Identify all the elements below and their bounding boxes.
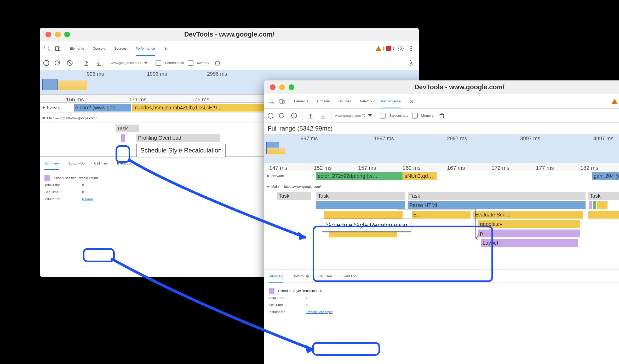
tab-performance[interactable]: Performance: [136, 41, 155, 56]
warnings-badge[interactable]: 3: [376, 46, 385, 51]
network-bar[interactable]: e.com/ (www.goo…: [74, 104, 131, 111]
event-title: Schedule Style Recalculation: [54, 175, 98, 181]
network-bar[interactable]: sNUn3,qd…: [403, 172, 437, 180]
inspect-icon[interactable]: [43, 44, 52, 53]
evaluate-script-bar[interactable]: Evaluate Script: [473, 211, 583, 219]
collapse-icon[interactable]: [267, 174, 269, 178]
overview-activity: [267, 148, 285, 154]
kebab-menu-icon[interactable]: [407, 44, 416, 53]
task-bar[interactable]: Task: [588, 192, 619, 200]
mark[interactable]: [597, 201, 607, 209]
task-bar[interactable]: Task: [277, 192, 311, 200]
settings-icon[interactable]: [396, 44, 405, 53]
memory-checkbox[interactable]: [188, 60, 193, 66]
record-button[interactable]: [268, 113, 273, 119]
evaluate-bar[interactable]: [588, 211, 619, 219]
download-button[interactable]: [319, 111, 328, 120]
mark[interactable]: [589, 201, 592, 209]
divider: [288, 97, 288, 105]
task-bar[interactable]: Task: [116, 125, 139, 132]
event-title: Schedule Style Recalculation: [278, 288, 322, 294]
tab-console[interactable]: Console: [93, 41, 105, 56]
clear-button[interactable]: [65, 58, 74, 67]
overview-tick: 996 ms: [87, 71, 104, 77]
tab-sources[interactable]: Sources: [114, 41, 127, 56]
overview-timeline[interactable]: 997 ms 1997 ms 2997 ms 3997 ms 4997 ms C…: [264, 134, 619, 163]
reload-record-button[interactable]: [53, 58, 62, 67]
collapse-icon[interactable]: [43, 106, 45, 109]
gc-button[interactable]: [437, 111, 446, 120]
network-track-label: Network: [271, 174, 284, 178]
errors-badge[interactable]: 3: [386, 46, 395, 51]
overview-tick: 4997 ms: [593, 136, 614, 142]
ruler-tick: 177 ms: [536, 165, 554, 171]
target-label: www.google.com #1: [111, 61, 141, 65]
evaluate-bar[interactable]: [324, 211, 403, 219]
download-button[interactable]: [94, 58, 103, 67]
overview-tick: 2997 ms: [447, 136, 467, 142]
tab-console[interactable]: Console: [317, 94, 330, 108]
mark[interactable]: [593, 201, 596, 209]
record-button[interactable]: [43, 60, 49, 66]
svg-point-6: [411, 50, 411, 51]
network-track[interactable]: Network color_272x92dp.png (w… sNUn3,qd……: [264, 171, 619, 181]
main-track-header[interactable]: Main — https://www.google.com/: [264, 181, 619, 191]
profiling-label: Profiling Overhead: [136, 134, 220, 142]
collapse-icon[interactable]: [42, 117, 45, 119]
tab-elements[interactable]: Elements: [70, 41, 84, 56]
task-bar[interactable]: Task: [408, 192, 586, 200]
device-toggle-icon[interactable]: [278, 97, 286, 106]
network-bar-label: color_272x92dp.png (w…: [316, 172, 403, 180]
network-bar[interactable]: color_272x92dp.png (w…: [316, 172, 403, 180]
tab-sources[interactable]: Sources: [339, 94, 351, 108]
inspect-icon[interactable]: [267, 97, 276, 106]
collapse-icon[interactable]: [267, 186, 270, 188]
screenshots-checkbox[interactable]: [156, 60, 161, 66]
subtab-summary[interactable]: Summary: [44, 157, 59, 170]
subtab-call-tree[interactable]: Call Tree: [94, 161, 108, 165]
p-bar[interactable]: p: [478, 230, 580, 237]
panel-settings-icon[interactable]: [406, 58, 415, 67]
divider: [376, 111, 376, 120]
target-selector[interactable]: www.google.com #1: [111, 61, 148, 65]
memory-checkbox[interactable]: [412, 113, 418, 119]
subtab-bottom-up[interactable]: Bottom-Up: [68, 161, 85, 165]
parse-html-bar[interactable]: Parse HTML: [408, 201, 586, 209]
network-bar[interactable]: gen_204 (www.g…: [592, 172, 619, 180]
task-label: Task: [316, 192, 405, 200]
task-label: Task: [408, 192, 586, 200]
recalculate-style-link[interactable]: Recalculate Style: [306, 309, 333, 315]
gc-button[interactable]: [213, 58, 222, 67]
tab-elements[interactable]: Elements: [294, 94, 308, 108]
tab-performance[interactable]: Performance: [381, 94, 400, 108]
ruler[interactable]: 147 ms 152 ms 157 ms 162 ms 167 ms 172 m…: [264, 163, 619, 171]
subtab-summary[interactable]: Summary: [269, 269, 283, 283]
reveal-link[interactable]: Reveal: [82, 197, 93, 202]
layout-bar[interactable]: Layout: [481, 239, 578, 247]
upload-button[interactable]: [82, 58, 91, 67]
more-tabs-icon[interactable]: »: [164, 44, 168, 53]
warnings-badge[interactable]: 4: [612, 99, 619, 104]
clear-button[interactable]: [290, 111, 299, 120]
more-tabs-icon[interactable]: »: [410, 97, 414, 105]
upload-button[interactable]: [306, 111, 315, 120]
target-label: www.google.com #2: [335, 114, 365, 118]
schedule-style-bar[interactable]: [121, 134, 125, 142]
task-label: Task: [277, 192, 311, 200]
tab-network[interactable]: Network: [360, 94, 372, 108]
google-cv-bar[interactable]: google.cv: [478, 220, 580, 228]
profiling-overhead-bar[interactable]: Profiling Overhead: [136, 134, 220, 142]
task-bar[interactable]: Task: [316, 192, 405, 200]
parse-html-bar[interactable]: [316, 201, 405, 209]
annotation-flame-selection: [313, 226, 493, 282]
target-selector[interactable]: www.google.com #2: [335, 114, 372, 118]
device-toggle-icon[interactable]: [53, 44, 62, 53]
subtab-bottom-up[interactable]: Bottom-Up: [293, 274, 309, 278]
reload-record-button[interactable]: [277, 111, 286, 120]
e-bar[interactable]: E…: [412, 211, 471, 219]
screenshots-checkbox[interactable]: [380, 113, 386, 119]
network-bar-label: e.com/ (www.goo…: [74, 104, 131, 112]
ruler-tick: 167 ms: [447, 165, 465, 171]
overview-selection[interactable]: [42, 79, 58, 90]
chevron-down-icon: [368, 114, 372, 117]
